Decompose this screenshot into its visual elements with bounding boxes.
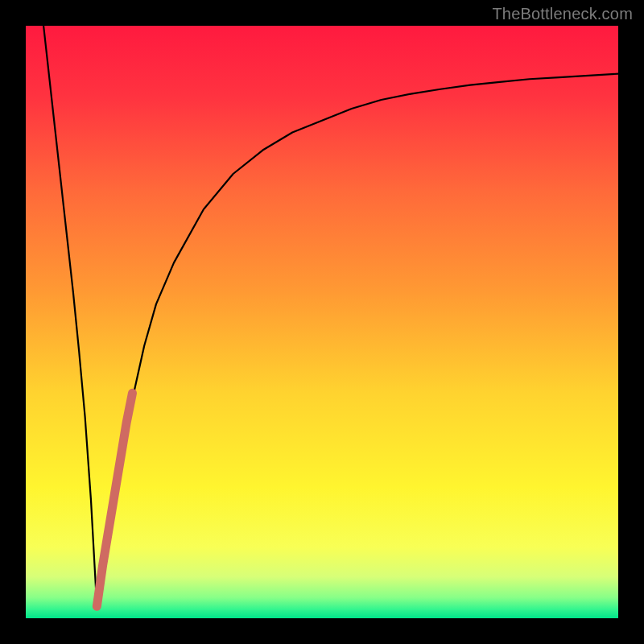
curves-layer: [26, 26, 618, 618]
curve-right-branch: [97, 74, 618, 607]
watermark-text: TheBottleneck.com: [492, 5, 633, 23]
outer-frame: TheBottleneck.com: [0, 0, 644, 644]
curve-left-branch: [43, 26, 97, 606]
curve-highlight-segment: [97, 393, 132, 606]
plot-area: [26, 26, 618, 618]
